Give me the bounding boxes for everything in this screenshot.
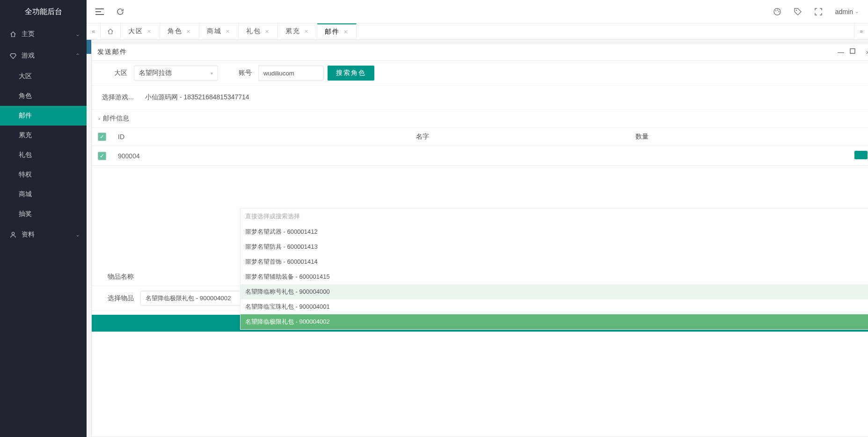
search-role-button[interactable]: 搜索角色 [328, 66, 374, 81]
home-icon [9, 31, 17, 37]
tab-大区[interactable]: 大区✕ [121, 23, 160, 39]
tab-label: 角色 [168, 27, 182, 36]
sidebar-menu: 主页⌄游戏⌃大区角色邮件累充礼包特权商城抽奖资料⌄ [0, 23, 87, 437]
tab-邮件[interactable]: 邮件✕ [317, 23, 357, 39]
expand-icon [815, 8, 822, 15]
user-menu[interactable]: admin ⌄ [830, 2, 864, 21]
dropdown-option[interactable]: 噩梦名望武器 - 600001412 [241, 224, 868, 239]
sidebar-item-抽奖[interactable]: 抽奖 [0, 204, 87, 224]
sidebar-logo: 全功能后台 [0, 0, 87, 23]
sidebar-item-label: 游戏 [22, 52, 35, 60]
panel-minimize-button[interactable]: — [837, 48, 845, 56]
home-icon [107, 28, 114, 35]
panel-next-button[interactable]: › [863, 48, 868, 56]
cell-id: 900004 [112, 146, 410, 166]
tabs: « 大区✕角色✕商城✕礼包✕累充✕邮件✕ » [87, 23, 868, 40]
tab-累充[interactable]: 累充✕ [278, 23, 317, 39]
content: 发送邮件 — › 大区 名望阿拉德 ▾ [87, 40, 868, 437]
sidebar-item-label: 资料 [22, 230, 35, 239]
diamond-icon [9, 52, 17, 59]
chevron-up-icon: ⌃ [75, 52, 80, 59]
items-table: ✓ ID 名字 数量 ✓900004 [92, 128, 868, 166]
note-button[interactable] [788, 2, 807, 21]
fullscreen-button[interactable] [809, 2, 828, 21]
sidebar-item-label: 抽奖 [19, 210, 32, 218]
dropdown-option[interactable]: 名望降临极限礼包 - 900004002 [241, 314, 868, 329]
sidebar-item-label: 角色 [19, 92, 32, 100]
iframe-marker [87, 40, 91, 54]
menu-icon [95, 8, 104, 15]
svg-point-5 [796, 9, 797, 10]
tabs-next-button[interactable]: » [854, 23, 868, 39]
svg-point-4 [778, 11, 779, 12]
tab-礼包[interactable]: 礼包✕ [239, 23, 278, 39]
collapse-title: 邮件信息 [103, 114, 129, 123]
sidebar-item-邮件[interactable]: 邮件 [0, 106, 87, 126]
collapse-mail-info[interactable]: › 邮件信息 [92, 110, 868, 128]
account-input[interactable] [258, 66, 324, 81]
tabs-prev-button[interactable]: « [87, 23, 101, 39]
tab-label: 礼包 [246, 27, 261, 36]
panel-title: 发送邮件 [97, 48, 837, 56]
dropdown-option[interactable]: 噩梦名望首饰 - 600001414 [241, 254, 868, 269]
sidebar-item-角色[interactable]: 角色 [0, 86, 87, 106]
sidebar-item-特权[interactable]: 特权 [0, 165, 87, 185]
sidebar-item-资料[interactable]: 资料⌄ [0, 224, 87, 245]
menu-toggle-button[interactable] [90, 2, 109, 21]
close-icon[interactable]: ✕ [265, 29, 270, 35]
th-id: ID [112, 128, 410, 146]
form-row-region: 大区 名望阿拉德 ▾ 账号 搜索角色 [92, 61, 868, 86]
sidebar: 全功能后台 主页⌄游戏⌃大区角色邮件累充礼包特权商城抽奖资料⌄ [0, 0, 87, 437]
item-dropdown: 直接选择或搜索选择 噩梦名望武器 - 600001412噩梦名望防具 - 600… [240, 208, 868, 330]
checkbox[interactable]: ✓ [98, 152, 106, 160]
th-qty: 数量 [630, 128, 849, 146]
dropdown-option[interactable]: 噩梦名望防具 - 600001413 [241, 239, 868, 254]
refresh-icon [117, 8, 124, 15]
close-icon[interactable]: ✕ [226, 29, 231, 35]
dropdown-option[interactable]: 噩梦名望辅助装备 - 600001415 [241, 269, 868, 284]
tab-label: 大区 [128, 27, 143, 36]
sidebar-item-商城[interactable]: 商城 [0, 185, 87, 204]
tab-商城[interactable]: 商城✕ [199, 23, 239, 39]
tag-icon [794, 7, 802, 16]
chevron-down-icon: ⌄ [75, 31, 80, 37]
main: admin ⌄ « 大区✕角色✕商城✕礼包✕累充✕邮件✕ » 发送邮件 — [87, 0, 868, 437]
row-action-button[interactable] [854, 151, 868, 159]
tab-home[interactable] [101, 23, 121, 39]
region-select[interactable]: 名望阿拉德 ▾ [134, 66, 218, 81]
cell-name [410, 146, 629, 166]
dropdown-option[interactable]: 名望降临称号礼包 - 900004000 [241, 284, 868, 299]
close-icon[interactable]: ✕ [186, 29, 191, 35]
sidebar-item-label: 累充 [19, 131, 32, 140]
form-row-role: 选择游戏... 小仙源码网 - 183521684815347714 [92, 86, 868, 110]
sidebar-item-主页[interactable]: 主页⌄ [0, 23, 87, 45]
topbar: admin ⌄ [87, 0, 868, 23]
close-icon[interactable]: ✕ [343, 29, 349, 35]
chevron-right-icon: › [98, 116, 100, 121]
sidebar-item-label: 礼包 [19, 151, 32, 159]
maximize-icon [850, 48, 855, 54]
sidebar-item-label: 商城 [19, 190, 32, 199]
region-label: 大区 [97, 69, 127, 77]
dropdown-option[interactable]: 名望降临宝珠礼包 - 900004001 [241, 299, 868, 314]
item-name-label: 物品名称 [97, 273, 134, 281]
sidebar-item-累充[interactable]: 累充 [0, 126, 87, 145]
theme-button[interactable] [768, 2, 787, 21]
sidebar-item-大区[interactable]: 大区 [0, 67, 87, 86]
select-role-label: 选择游戏... [97, 93, 134, 102]
close-icon[interactable]: ✕ [147, 29, 152, 35]
refresh-button[interactable] [111, 2, 130, 21]
close-icon[interactable]: ✕ [304, 29, 309, 35]
checkbox-all[interactable]: ✓ [98, 133, 106, 141]
svg-point-3 [777, 9, 778, 10]
user-icon [9, 231, 17, 238]
panel-header: 发送邮件 — › [92, 43, 868, 61]
sidebar-item-游戏[interactable]: 游戏⌃ [0, 45, 87, 67]
tab-label: 累充 [285, 27, 300, 36]
tab-角色[interactable]: 角色✕ [160, 23, 199, 39]
panel-maximize-button[interactable] [850, 48, 858, 56]
account-label: 账号 [222, 69, 252, 77]
sidebar-item-礼包[interactable]: 礼包 [0, 145, 87, 165]
user-name: admin [835, 8, 853, 15]
th-name: 名字 [410, 128, 629, 146]
